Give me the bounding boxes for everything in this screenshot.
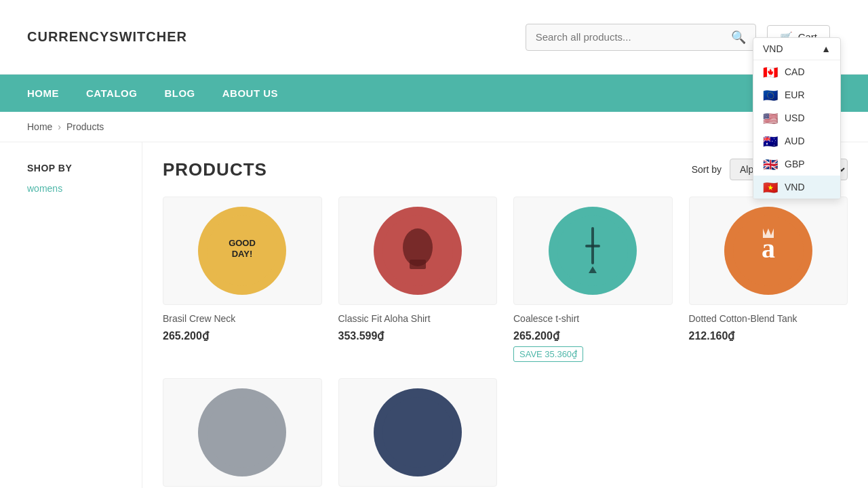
product-name-1: Brasil Crew Neck <box>163 313 235 324</box>
currency-option-aud[interactable]: 🇦🇺 AUD <box>753 129 840 152</box>
currency-code-gbp: GBP <box>785 159 805 169</box>
product-thumb-6 <box>374 388 462 476</box>
products-title: PRODUCTS <box>163 159 267 180</box>
product-card-6[interactable] <box>338 378 498 488</box>
flag-vnd: 🇻🇳 <box>763 182 778 192</box>
currency-code-cad: CAD <box>785 66 805 77</box>
nav-item-home[interactable]: HOME <box>27 85 59 102</box>
breadcrumb-current: Products <box>66 121 104 132</box>
product-price-3: 265.200₫ <box>513 329 559 342</box>
currency-dropdown-header[interactable]: VND ▲ <box>753 38 840 60</box>
currency-dropdown: VND ▲ 🇨🇦 CAD 🇪🇺 EUR 🇺🇸 USD 🇦🇺 <box>753 37 841 199</box>
product-save-badge-3: SAVE 35.360₫ <box>513 346 583 362</box>
flag-aud: 🇦🇺 <box>763 136 778 146</box>
product-image-6 <box>338 378 498 487</box>
sidebar: SHOP BY womens <box>0 142 142 488</box>
product-name-2: Classic Fit Aloha Shirt <box>338 313 431 324</box>
sidebar-filter-womens[interactable]: womens <box>27 183 121 194</box>
header-right: 🔍 🛒 Cart VND ▲ 🇨🇦 CAD 🇪🇺 EUR <box>526 24 841 51</box>
product-price-4: 212.160₫ <box>689 329 735 342</box>
main-content: SHOP BY womens PRODUCTS Sort by Alphabet… <box>0 142 868 488</box>
breadcrumb-separator: › <box>58 121 61 132</box>
product-thumb-3 <box>549 207 637 295</box>
nav-item-catalog[interactable]: CATALOG <box>86 85 137 102</box>
site-logo: CURRENCYSWITCHER <box>27 29 187 45</box>
currency-option-cad[interactable]: 🇨🇦 CAD <box>753 60 840 83</box>
product-price-2: 353.599₫ <box>338 329 384 342</box>
svg-point-14 <box>382 397 453 468</box>
search-bar: 🔍 <box>526 24 756 51</box>
product-card-3[interactable]: Coalesce t-shirt 265.200₫ SAVE 35.360₫ <box>513 197 673 362</box>
svg-text:GOOD: GOOD <box>229 238 256 248</box>
product-image-5 <box>163 378 322 487</box>
products-header: PRODUCTS Sort by Alphabetically, A-Z Alp… <box>163 159 848 180</box>
product-image-4: a <box>689 197 848 305</box>
product-price-1: 265.200₫ <box>163 329 209 342</box>
breadcrumb: Home › Products <box>0 112 868 142</box>
nav-item-blog[interactable]: BLOG <box>164 85 195 102</box>
current-currency-label: VND <box>763 43 783 54</box>
product-image-3 <box>513 197 673 305</box>
svg-text:DAY!: DAY! <box>232 249 253 259</box>
product-image-2 <box>338 197 498 305</box>
product-grid: GOOD DAY! Brasil Crew Neck 265.200₫ <box>163 197 848 362</box>
product-card-1[interactable]: GOOD DAY! Brasil Crew Neck 265.200₫ <box>163 197 322 362</box>
flag-gbp: 🇬🇧 <box>763 159 778 169</box>
product-grid-row2 <box>163 378 848 488</box>
flag-eur: 🇪🇺 <box>763 89 778 100</box>
currency-code-eur: EUR <box>785 89 805 100</box>
currency-option-usd[interactable]: 🇺🇸 USD <box>753 106 840 129</box>
currency-option-vnd[interactable]: 🇻🇳 VND <box>753 176 840 199</box>
currency-code-vnd: VND <box>785 182 805 192</box>
product-card-4[interactable]: a Dotted Cotton-Blend Tank 212.160₫ <box>689 197 848 362</box>
search-button[interactable]: 🔍 <box>731 30 746 45</box>
search-input[interactable] <box>536 31 731 43</box>
product-thumb-1: GOOD DAY! <box>198 207 286 295</box>
currency-code-usd: USD <box>785 113 805 123</box>
product-thumb-4: a <box>724 207 812 295</box>
sidebar-title: SHOP BY <box>27 163 121 174</box>
breadcrumb-home[interactable]: Home <box>27 121 52 132</box>
currency-option-gbp[interactable]: 🇬🇧 GBP <box>753 152 840 176</box>
product-card-5[interactable] <box>163 378 322 488</box>
flag-cad: 🇨🇦 <box>763 66 778 77</box>
currency-option-eur[interactable]: 🇪🇺 EUR <box>753 83 840 106</box>
main-nav: HOME CATALOG BLOG ABOUT US <box>0 75 868 112</box>
header: CURRENCYSWITCHER 🔍 🛒 Cart VND ▲ 🇨🇦 CAD <box>0 0 868 75</box>
flag-usd: 🇺🇸 <box>763 113 778 123</box>
currency-code-aud: AUD <box>785 136 805 146</box>
product-thumb-2 <box>374 207 462 295</box>
svg-rect-9 <box>585 245 600 247</box>
product-name-4: Dotted Cotton-Blend Tank <box>689 313 797 324</box>
product-card-2[interactable]: Classic Fit Aloha Shirt 353.599₫ <box>338 197 498 362</box>
product-name-3: Coalesce t-shirt <box>513 313 579 324</box>
nav-item-about[interactable]: ABOUT US <box>222 85 278 102</box>
svg-point-13 <box>207 397 277 468</box>
sort-label: Sort by <box>692 164 722 175</box>
product-thumb-5 <box>198 388 286 476</box>
currency-collapse-arrow: ▲ <box>821 43 831 54</box>
product-image-1: GOOD DAY! <box>163 197 322 305</box>
svg-rect-5 <box>410 260 426 269</box>
